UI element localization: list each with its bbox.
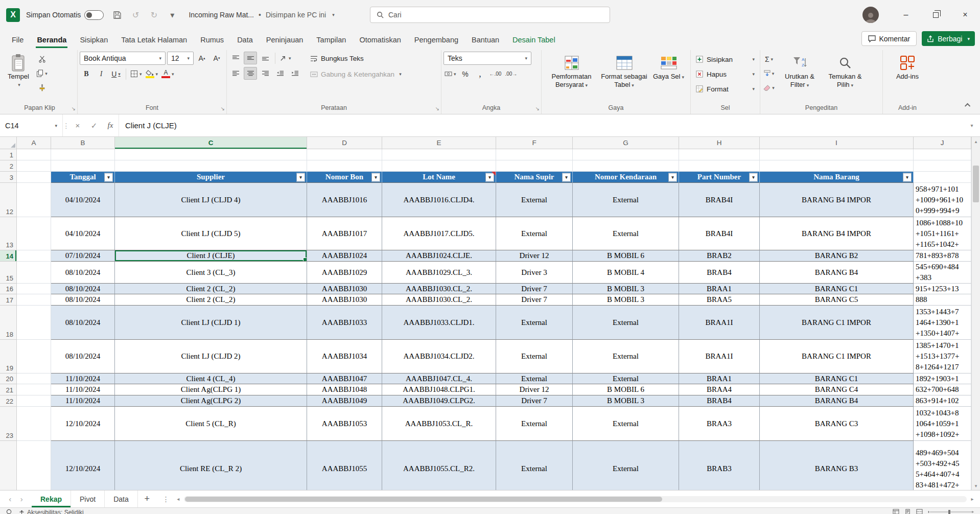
cell-D18[interactable]: AAABBJ1033 bbox=[307, 306, 382, 340]
cell-H15[interactable]: BRAB4 bbox=[679, 262, 760, 284]
cell-J23[interactable]: 1032+1043+8 1064+1059+1 +1098+1092+ bbox=[914, 407, 971, 441]
increase-indent-button[interactable] bbox=[288, 67, 301, 80]
cell-G18[interactable]: External bbox=[573, 306, 679, 340]
cell-E19[interactable]: AAABBJ1034.CLJD2. bbox=[382, 340, 496, 373]
cell-G1[interactable] bbox=[573, 149, 679, 160]
cell-C16[interactable]: Client 2 (CL_2) bbox=[115, 284, 307, 294]
insert-function-button[interactable]: fx bbox=[102, 114, 119, 136]
collapse-ribbon-button[interactable] bbox=[963, 101, 974, 110]
filter-button-nomor-kendaraan[interactable]: ▾ bbox=[668, 173, 677, 181]
cell-H1[interactable] bbox=[679, 149, 760, 160]
horizontal-scroll-track[interactable] bbox=[184, 496, 967, 502]
tab-sisipkan[interactable]: Sisipkan bbox=[73, 32, 114, 48]
cell-H19[interactable]: BRAA1I bbox=[679, 340, 760, 373]
align-center-button[interactable] bbox=[244, 67, 257, 80]
row-header-20[interactable]: 20 bbox=[0, 373, 17, 384]
cell-C2[interactable] bbox=[115, 160, 307, 172]
align-top-button[interactable] bbox=[229, 52, 242, 64]
cell-A20[interactable] bbox=[17, 373, 51, 384]
select-all-corner[interactable] bbox=[0, 137, 17, 149]
close-button[interactable]: × bbox=[950, 0, 980, 30]
cell-J22[interactable]: 863+914+102 bbox=[914, 395, 971, 407]
cell-G20[interactable]: External bbox=[573, 373, 679, 384]
autosum-button[interactable]: Σ▾ bbox=[762, 53, 776, 65]
cell-I14[interactable]: BARANG B2 bbox=[760, 250, 914, 262]
filter-button-tanggal[interactable]: ▾ bbox=[104, 173, 113, 181]
cell-J15[interactable]: 545+690+484 +383 bbox=[914, 262, 971, 284]
decrease-decimal-button[interactable]: .00→ bbox=[504, 67, 518, 80]
cell-A17[interactable] bbox=[17, 294, 51, 306]
cell-I22[interactable]: BARANG B4 bbox=[760, 395, 914, 407]
dialog-launcher-alignment[interactable]: ↘ bbox=[435, 106, 439, 111]
cell-B1[interactable] bbox=[51, 149, 115, 160]
cell-I13[interactable]: BARANG B4 IMPOR bbox=[760, 217, 914, 250]
cell-F12[interactable]: External bbox=[496, 183, 573, 217]
font-color-button[interactable]: A ▾ bbox=[160, 67, 175, 80]
page-layout-view-icon[interactable] bbox=[904, 509, 911, 514]
cell-G2[interactable] bbox=[573, 160, 679, 172]
column-header-I[interactable]: I bbox=[760, 137, 914, 149]
copy-button[interactable]: ▾ bbox=[35, 67, 49, 80]
cell-E13[interactable]: AAABBJ1017.CLJD5. bbox=[382, 217, 496, 250]
confirm-entry-button[interactable]: ✓ bbox=[86, 114, 102, 136]
cell-C14[interactable]: Client J (CLJE) bbox=[115, 250, 307, 262]
cell-D19[interactable]: AAABBJ1034 bbox=[307, 340, 382, 373]
tab-otomatiskan[interactable]: Otomatiskan bbox=[353, 32, 407, 48]
search-input[interactable]: Cari bbox=[370, 7, 610, 23]
row-header-17[interactable]: 17 bbox=[0, 294, 17, 306]
column-header-E[interactable]: E bbox=[382, 137, 496, 149]
cell-J12[interactable]: 958+971+101 +1009+961+10 0+999+994+9 bbox=[914, 183, 971, 217]
cancel-entry-button[interactable]: × bbox=[69, 114, 86, 136]
column-header-J[interactable]: J bbox=[914, 137, 971, 149]
cell-F22[interactable]: Driver 7 bbox=[496, 395, 573, 407]
comma-style-button[interactable]: , bbox=[474, 67, 487, 80]
filter-button-nama-barang[interactable]: ▾ bbox=[903, 173, 912, 181]
restore-button[interactable] bbox=[921, 0, 950, 30]
conditional-formatting-button[interactable]: Pemformatan Bersyarat▾ bbox=[547, 52, 596, 91]
cell-I[interactable]: BARANG B3 bbox=[760, 441, 914, 490]
cell-F1[interactable] bbox=[496, 149, 573, 160]
row-header-15[interactable]: 15 bbox=[0, 262, 17, 284]
cell-B18[interactable]: 08/10/2024 bbox=[51, 306, 115, 340]
row-header-2[interactable]: 2 bbox=[0, 160, 17, 172]
row-header-19[interactable]: 19 bbox=[0, 340, 17, 373]
formula-bar-handle[interactable]: ⋮ bbox=[62, 114, 69, 136]
horizontal-scroll-thumb[interactable] bbox=[185, 497, 663, 502]
cell-H18[interactable]: BRAA1I bbox=[679, 306, 760, 340]
cell-G14[interactable]: B MOBIL 6 bbox=[573, 250, 679, 262]
cell-B21[interactable]: 11/10/2024 bbox=[51, 384, 115, 395]
paste-button[interactable]: Tempel▾ bbox=[4, 52, 33, 90]
align-middle-button[interactable] bbox=[244, 52, 257, 64]
cell-A15[interactable] bbox=[17, 262, 51, 284]
cell-J17[interactable]: 888 bbox=[914, 294, 971, 306]
cell-H21[interactable]: BRAA4 bbox=[679, 384, 760, 395]
formula-input[interactable]: Client J (CLJE) bbox=[119, 114, 964, 136]
cell-J14[interactable]: 781+893+878 bbox=[914, 250, 971, 262]
cell-B[interactable]: 12/10/2024 bbox=[51, 441, 115, 490]
cell-G12[interactable]: External bbox=[573, 183, 679, 217]
cell-B22[interactable]: 11/10/2024 bbox=[51, 395, 115, 407]
cell-J1[interactable] bbox=[914, 149, 971, 160]
cell-G19[interactable]: External bbox=[573, 340, 679, 373]
tab-pengembang[interactable]: Pengembang bbox=[408, 32, 465, 48]
merge-center-button[interactable]: Gabung & Ketengahkan ▾ bbox=[308, 67, 404, 81]
cell-E1[interactable] bbox=[382, 149, 496, 160]
row-header-16[interactable]: 16 bbox=[0, 284, 17, 294]
cell-H16[interactable]: BRAA1 bbox=[679, 284, 760, 294]
cell-I21[interactable]: BARANG C4 bbox=[760, 384, 914, 395]
cell-F23[interactable]: External bbox=[496, 407, 573, 441]
cell-B16[interactable]: 08/10/2024 bbox=[51, 284, 115, 294]
cell-I17[interactable]: BARANG C5 bbox=[760, 294, 914, 306]
cell-C20[interactable]: Client 4 (CL_4) bbox=[115, 373, 307, 384]
cell-I19[interactable]: BARANG C1 IMPOR bbox=[760, 340, 914, 373]
cell-E[interactable]: AAABBJ1055.CL_R2. bbox=[382, 441, 496, 490]
cell-E2[interactable] bbox=[382, 160, 496, 172]
name-box[interactable]: C14 ▾ bbox=[0, 114, 62, 136]
cell-A16[interactable] bbox=[17, 284, 51, 294]
cell-G16[interactable]: B MOBIL 3 bbox=[573, 284, 679, 294]
cell-F13[interactable]: External bbox=[496, 217, 573, 250]
insert-cells-button[interactable]: Sisipkan ▾ bbox=[693, 53, 758, 66]
fill-color-button[interactable]: ▾ bbox=[145, 67, 159, 80]
cell-D16[interactable]: AAABBJ1030 bbox=[307, 284, 382, 294]
cell-D23[interactable]: AAABBJ1053 bbox=[307, 407, 382, 441]
